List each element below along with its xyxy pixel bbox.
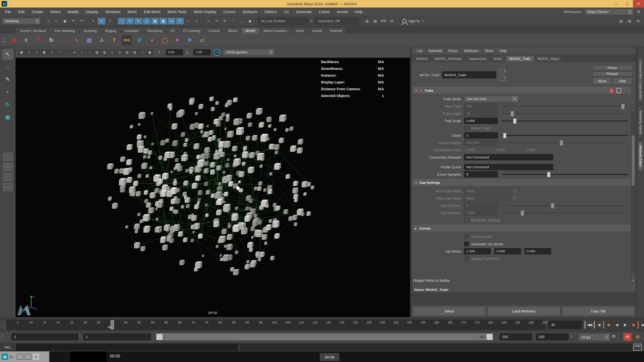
range-slider-grip[interactable]	[1, 333, 4, 341]
render-view-icon[interactable]: ▥	[363, 18, 371, 24]
multisample-icon[interactable]: ◇	[109, 49, 115, 55]
trail-scale-slider[interactable]	[502, 120, 628, 121]
ring-icon[interactable]: ◯	[159, 35, 170, 45]
shelf-tab-redshift[interactable]: Redshift	[326, 28, 346, 34]
horizontal-split-layout-button[interactable]	[3, 183, 13, 191]
snap-grid-icon[interactable]: ⌗	[205, 18, 212, 24]
shelf-tab-rendering[interactable]: Rendering	[143, 28, 167, 34]
ambient-occlusion-icon[interactable]: ▨	[94, 49, 100, 55]
scroll-down-icon[interactable]: ▼	[631, 273, 635, 275]
attribute-editor-toggle-icon[interactable]: ▥	[626, 18, 633, 24]
menu-file[interactable]: File	[2, 10, 15, 14]
ae-tab-time1[interactable]: time1	[491, 56, 506, 62]
depth-of-field-icon[interactable]: ◎	[116, 49, 123, 55]
chevron-down-icon[interactable]: ▼	[632, 279, 634, 282]
scale-tool-icon[interactable]: ▣	[2, 112, 13, 123]
select-dynamics-icon[interactable]: ▩	[159, 18, 167, 24]
ae-menu-help[interactable]: Help	[497, 49, 509, 53]
tool-settings-toggle-icon[interactable]: ⚙	[634, 18, 642, 24]
timeline-track[interactable]: 5101520253035404550556065707580859095100…	[7, 320, 545, 330]
step-forward-key-button[interactable]: ▶	[630, 321, 638, 329]
select-button[interactable]: Select	[413, 306, 486, 316]
scatter-icon[interactable]: ∴	[97, 35, 107, 45]
shelf-tab-curves-surfaces[interactable]: Curves / Surfaces	[16, 28, 50, 34]
page-icon[interactable]: ▱	[197, 35, 207, 45]
select-rendering-icon[interactable]: ▭	[168, 18, 175, 24]
motion-trail-icon[interactable]: ↻	[46, 35, 56, 45]
shelf-tab-rigging[interactable]: Rigging	[101, 28, 120, 34]
menu-arnold[interactable]: Arnold	[333, 10, 351, 14]
gamma-icon[interactable]: γ	[184, 49, 191, 56]
ae-tab-mash1_distribute[interactable]: MASH1_Distribute	[431, 56, 466, 62]
safe-title-icon[interactable]: ◡	[63, 49, 70, 55]
close-icon[interactable]: ✕	[33, 353, 39, 360]
step-back-frame-button[interactable]: ◀	[594, 321, 603, 329]
current-frame-field[interactable]: 40	[548, 321, 582, 329]
animation-end-field[interactable]: 200	[536, 333, 569, 340]
curve-samples-slider[interactable]	[502, 174, 628, 175]
move-tool-icon[interactable]: +	[2, 86, 13, 98]
menu-help[interactable]: Help	[351, 10, 366, 14]
notes-drag-handle[interactable]: ········································…	[412, 284, 636, 287]
copy-tab-button[interactable]: Copy Tab	[562, 306, 635, 316]
shelf-tab-bifrost[interactable]: Bifrost	[224, 28, 242, 34]
scroll-up-icon[interactable]: ▲	[631, 109, 635, 111]
show-button[interactable]: Show	[592, 77, 612, 84]
menu-mesh-display[interactable]: Mesh Display	[190, 10, 220, 14]
script-editor-icon[interactable]	[633, 344, 642, 351]
trail-scale-slider-handle[interactable]	[513, 118, 516, 124]
sign-in-button[interactable]: Sign In ▼	[402, 19, 424, 23]
menu-curves[interactable]: Curves	[220, 10, 239, 14]
range-end-handle[interactable]	[487, 334, 493, 340]
connection-network-field[interactable]: Not Connected	[464, 154, 553, 160]
view-transform-select[interactable]: sRGB gamma ▼	[223, 49, 274, 56]
dock-tab-channel-box-layer-editor[interactable]: Channel Box / Layer Editor	[638, 57, 643, 103]
lasso-tool-icon[interactable]: ◌	[2, 61, 13, 72]
count-slider-handle[interactable]	[503, 133, 506, 138]
menu-modify[interactable]: Modify	[64, 10, 82, 14]
dock-tab-attribute-editor[interactable]: Attribute Editor	[638, 141, 643, 170]
xray-icon[interactable]: ▥	[131, 49, 138, 55]
ae-tab-expression1[interactable]: expression1	[466, 56, 491, 62]
ae-menu-focus[interactable]: Focus	[446, 49, 460, 53]
camera-attributes-icon[interactable]: ●	[71, 49, 78, 55]
menu-windows[interactable]: Windows	[102, 10, 124, 14]
live-surface-field[interactable]: No Live Surface	[258, 18, 308, 25]
menu-mesh[interactable]: Mesh	[124, 10, 140, 14]
chevron-down-icon[interactable]: ▼	[310, 20, 313, 22]
disable-node-icon[interactable]	[610, 88, 614, 93]
time-slider-grip[interactable]	[0, 320, 7, 329]
exposure-field[interactable]: 0.00	[166, 49, 183, 55]
shelf-menu-icon[interactable]: ▾⚙	[3, 37, 5, 43]
ae-menu-show[interactable]: Show	[482, 49, 496, 53]
curve-samples-slider-handle[interactable]	[547, 172, 550, 177]
ae-tab-mash1_trails[interactable]: MASH1_Trails	[506, 56, 534, 62]
playback-end-field[interactable]: 200	[499, 333, 532, 340]
focus-button[interactable]: Focus	[592, 65, 632, 70]
ae-menu-list[interactable]: List	[414, 49, 425, 53]
shelf-tab-motion-graphics[interactable]: Motion Graphics	[259, 28, 292, 34]
playback-start-field[interactable]: 1	[83, 333, 151, 340]
menu-mesh-tools[interactable]: Mesh Tools	[164, 10, 190, 14]
animation-preferences-icon[interactable]: ⚙	[633, 333, 642, 341]
two-pane-layout-button[interactable]	[3, 173, 13, 181]
up-vector-field-1[interactable]: 0.000	[494, 248, 521, 254]
menu-uv[interactable]: UV	[280, 10, 293, 14]
select-object-icon[interactable]: ↖	[98, 18, 105, 24]
redo-icon[interactable]: ↷	[78, 18, 85, 24]
render-settings-icon[interactable]: ⚙	[388, 18, 396, 24]
pattern-icon[interactable]: ▩	[84, 35, 94, 45]
menu-edit[interactable]: Edit	[15, 10, 28, 14]
step-back-key-button[interactable]: ◀	[603, 321, 612, 329]
four-pane-layout-button[interactable]	[3, 163, 13, 171]
lock-selection-icon[interactable]: ▪	[184, 18, 192, 24]
menu-surfaces[interactable]: Surfaces	[239, 10, 261, 14]
resolution-gate-icon[interactable]: ▯	[33, 49, 40, 55]
motion-path-icon[interactable]: ↺	[134, 35, 144, 45]
new-scene-icon[interactable]: ▯	[45, 18, 52, 24]
save-scene-icon[interactable]: ▣	[61, 18, 69, 24]
up-vector-field-2[interactable]: 0.000	[525, 248, 551, 254]
single-pane-layout-button[interactable]	[3, 153, 13, 161]
show-output-connections-icon[interactable]	[500, 76, 506, 81]
menu-select[interactable]: Select	[47, 10, 64, 14]
